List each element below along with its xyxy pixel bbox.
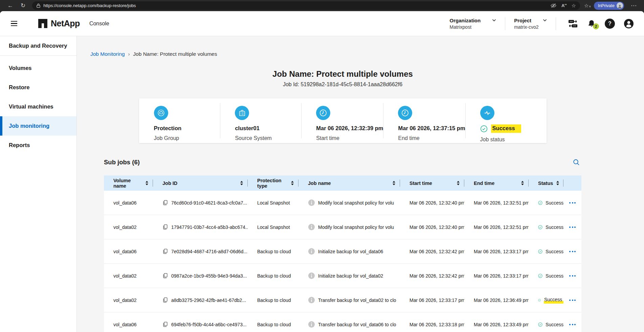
column-header-start-time[interactable]: Start time (400, 175, 464, 191)
clock-icon (316, 106, 330, 120)
cell-volume-name: vol_data06 (104, 249, 153, 254)
info-icon[interactable] (308, 297, 315, 304)
info-icon[interactable] (308, 223, 315, 231)
table-row[interactable]: vol_data06 694feb76-f50b-4c44-a6bc-ce497… (104, 312, 581, 332)
success-check-icon (538, 297, 541, 304)
url-text[interactable]: https://console.netapp.com/backup-restor… (43, 3, 548, 8)
copy-icon[interactable] (162, 248, 168, 254)
cell-status: Success (529, 248, 563, 255)
notifications-bell-icon[interactable]: 2 (587, 19, 596, 28)
sort-icon[interactable] (521, 181, 524, 185)
sort-icon[interactable] (240, 181, 243, 185)
browser-back-icon[interactable]: ← (5, 3, 16, 8)
column-header-protection-type[interactable]: Protection type (248, 175, 298, 191)
summary-end-time: Mar 06 2026, 12:37:15 pm End time (383, 98, 465, 143)
cell-status: Success (529, 297, 563, 304)
address-bar[interactable]: https://console.netapp.com/backup-restor… (32, 1, 580, 10)
copy-icon[interactable] (162, 200, 168, 206)
column-header-job-id[interactable]: Job ID (153, 175, 248, 191)
row-actions-menu-icon[interactable] (569, 273, 576, 279)
cell-start-time: Mar 06 2026, 12:32:42 pm (400, 273, 464, 279)
cell-protection-type: Local Snapshot (248, 200, 298, 206)
success-check-icon (538, 321, 542, 328)
summary-job-group: Protection Job Group (139, 98, 220, 143)
cell-status: Success (529, 321, 563, 328)
sort-icon[interactable] (556, 181, 559, 185)
favorites-bar-icon[interactable]: ☆≡ (584, 3, 591, 9)
cell-actions (563, 200, 581, 206)
notification-count-badge: 2 (593, 23, 599, 29)
inprivate-label: InPrivate (598, 3, 615, 8)
cell-status: Success (529, 224, 563, 231)
menu-hamburger-icon[interactable] (9, 19, 19, 28)
account-icon[interactable] (624, 19, 634, 29)
cell-job-id: a8db3275-2962-42fb-ae41-67db2... (153, 297, 248, 303)
table-row[interactable]: vol_data02 0987a2ce-1bc9-455b-94e3-94da3… (104, 264, 581, 288)
row-actions-menu-icon[interactable] (569, 200, 576, 206)
cell-job-id: 7e028d94-4687-4716-a8d7-06d6d... (153, 248, 248, 254)
inprivate-badge[interactable]: InPrivate (594, 2, 624, 10)
info-icon[interactable] (308, 272, 315, 279)
browser-menu-icon[interactable]: ⋯ (628, 3, 639, 8)
copy-icon[interactable] (162, 224, 168, 230)
summary-label: Source System (235, 135, 301, 141)
cell-job-name: Modify local snapshot policy for volu (298, 199, 400, 206)
info-icon[interactable] (308, 321, 315, 328)
connector-icon[interactable] (568, 19, 578, 28)
sort-icon[interactable] (146, 181, 148, 185)
cell-status: Success (529, 272, 563, 279)
cell-job-name: Initialize backup for vol_data02 (298, 272, 400, 279)
row-actions-menu-icon[interactable] (569, 249, 576, 254)
sidebar-item-virtual-machines[interactable]: Virtual machines (0, 97, 76, 116)
success-check-icon (538, 272, 542, 279)
sidebar-item-job-monitoring[interactable]: Job monitoring (0, 116, 76, 136)
tracking-prevention-icon[interactable] (550, 3, 557, 8)
table-row[interactable]: vol_data02 a8db3275-2962-42fb-ae41-67db2… (104, 288, 581, 312)
cell-volume-name: vol_data02 (104, 298, 153, 303)
cell-job-id: 17947791-03b7-4cc4-a5b3-abc674... (153, 224, 248, 230)
column-header-job-name[interactable]: Job name (298, 175, 400, 191)
success-check-icon (480, 125, 488, 133)
read-aloud-icon[interactable]: Aʹʹ (561, 3, 567, 8)
sort-icon[interactable] (457, 181, 460, 185)
table-row[interactable]: vol_data06 7e028d94-4687-4716-a8d7-06d6d… (104, 239, 581, 264)
info-icon[interactable] (308, 248, 315, 255)
cell-actions (563, 322, 581, 327)
breadcrumb-job-monitoring-link[interactable]: Job Monitoring (90, 51, 125, 57)
row-actions-menu-icon[interactable] (569, 298, 576, 303)
copy-icon[interactable] (162, 297, 168, 303)
column-header-volume-name[interactable]: Volume name (104, 175, 153, 191)
netapp-logo-icon (38, 19, 47, 28)
cell-end-time: Mar 06 2026, 12:33:17 pm (464, 249, 529, 254)
cell-job-name: Modify local snapshot policy for volu (298, 223, 400, 231)
table-header-row: Volume name Job ID Protection type Job n… (104, 175, 581, 191)
info-icon[interactable] (308, 199, 315, 206)
sidebar-item-volumes[interactable]: Volumes (0, 58, 76, 78)
search-icon[interactable] (571, 157, 581, 167)
help-icon[interactable]: ? (605, 19, 615, 29)
sort-icon[interactable] (291, 181, 294, 185)
sidebar-item-reports[interactable]: Reports (0, 136, 76, 155)
cell-start-time: Mar 06 2026, 12:32:40 pm (400, 224, 464, 230)
favorite-star-icon[interactable]: ☆ (571, 3, 576, 9)
subjobs-heading: Sub jobs (6) (104, 159, 140, 166)
copy-icon[interactable] (162, 273, 168, 279)
cell-volume-name: vol_data02 (104, 273, 153, 279)
table-row[interactable]: vol_data02 17947791-03b7-4cc4-a5b3-abc67… (104, 215, 581, 239)
copy-icon[interactable] (162, 322, 168, 327)
row-actions-menu-icon[interactable] (569, 322, 576, 327)
column-header-status[interactable]: Status (529, 175, 563, 191)
cell-protection-type: Backup to cloud (248, 249, 298, 254)
row-actions-menu-icon[interactable] (569, 224, 576, 230)
column-header-end-time[interactable]: End time (464, 175, 529, 191)
header-icons: 2 ? (568, 19, 634, 29)
table-row[interactable]: vol_data06 76cd60cd-91c0-4621-8ca3-cfc0a… (104, 191, 581, 215)
browser-refresh-icon[interactable]: ↻ (18, 3, 28, 8)
sort-icon[interactable] (393, 181, 395, 185)
project-selector[interactable]: Project matrix-cvo2 (505, 18, 556, 30)
sidebar-item-restore[interactable]: Restore (0, 78, 76, 97)
subjobs-table: Volume name Job ID Protection type Job n… (104, 175, 581, 332)
success-check-icon (538, 199, 542, 206)
netapp-brand[interactable]: NetApp (38, 19, 80, 28)
organization-selector[interactable]: Organization Matrixpost (441, 18, 505, 30)
